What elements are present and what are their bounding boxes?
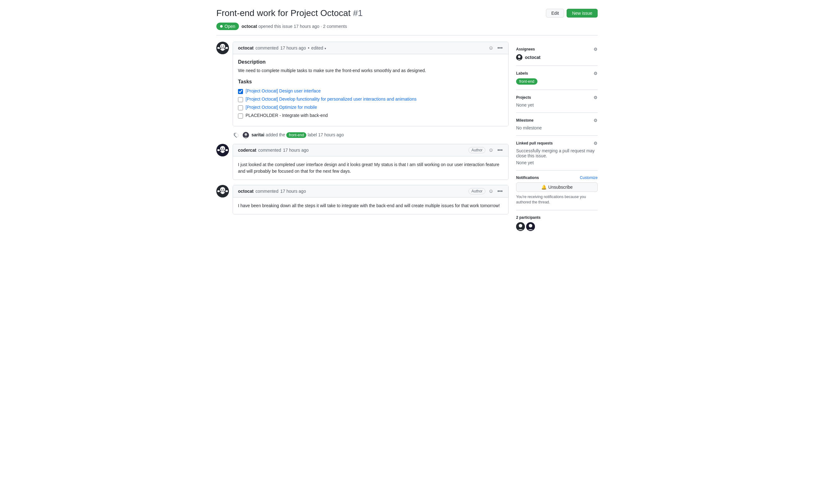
task-link-3[interactable]: [Project Octocat] Optimize for mobile [245,105,317,110]
assignees-gear-icon[interactable]: ⚙ [594,47,598,52]
status-badge: Open [216,23,239,30]
activity-label: front-end [286,132,306,138]
emoji-button-2[interactable]: ☺ [488,147,494,154]
label-pill-frontend[interactable]: front-end [516,78,538,85]
issue-meta-text: octocat opened this issue 17 hours ago ·… [241,24,347,29]
tasks-title: Tasks [238,79,503,85]
timeline: octocat commented 17 hours ago • edited … [216,42,509,219]
page-container: Front-end work for Project Octocat #1 Ed… [206,0,608,244]
labels-title: Labels [516,71,528,76]
sidebar-milestone: Milestone ⚙ No milestone [516,113,598,136]
comment-action-2: commented [258,148,281,153]
status-text: Open [224,24,235,29]
issue-header: Front-end work for Project Octocat #1 Ed… [216,8,598,19]
more-button-1[interactable]: ••• [497,45,503,51]
saritai-avatar [243,132,249,138]
task-item-1: [Project Octocat] Design user interface [238,88,503,94]
task-link-2[interactable]: [Project Octocat] Develop functionality … [245,97,417,102]
participant-avatar-1[interactable] [516,222,525,231]
task-checkbox-2[interactable] [238,97,243,102]
assignees-title: Assignees [516,47,535,51]
description-text: We need to complete multiple tasks to ma… [238,67,503,74]
activity-user[interactable]: saritai [251,132,264,137]
svg-point-13 [223,148,224,149]
comment-author-3[interactable]: octocat [238,189,254,194]
issue-title: Front-end work for Project Octocat #1 [216,8,363,19]
unsubscribe-label: Unsubscribe [549,185,573,190]
edited-dropdown[interactable]: edited ▾ [311,45,326,50]
sidebar-labels-header: Labels ⚙ [516,71,598,76]
comment-body-1: Description We need to complete multiple… [233,54,508,126]
milestone-value: No milestone [516,125,542,130]
edit-button[interactable]: Edit [546,9,564,18]
participant-avatar-2[interactable] [526,222,535,231]
sidebar-notifications: Notifications Customize 🔔 Unsubscribe Yo… [516,171,598,210]
comment-timestamp-3: 17 hours ago [280,189,306,194]
comment-author-2[interactable]: codercat [238,148,256,153]
sidebar: Assignees ⚙ octocat [516,42,598,236]
emoji-button-3[interactable]: ☺ [488,188,494,195]
issue-title-text: Front-end work for Project Octocat [216,8,350,18]
linked-prs-gear-icon[interactable]: ⚙ [594,141,598,146]
svg-point-5 [217,47,220,49]
sidebar-labels: Labels ⚙ front-end [516,66,598,90]
milestone-gear-icon[interactable]: ⚙ [594,118,598,123]
sidebar-linked-prs-header: Linked pull requests ⚙ [516,141,598,146]
task-item-2: [Project Octocat] Develop functionality … [238,97,503,102]
meta-action: opened this issue [258,24,294,29]
sidebar-linked-prs: Linked pull requests ⚙ Successfully merg… [516,136,598,171]
notifications-customize[interactable]: Customize [580,176,598,180]
comment-header-2: codercat commented 17 hours ago Author ☺… [233,144,508,156]
comment-body-3: I have been breaking down all the steps … [233,197,508,214]
more-button-2[interactable]: ••• [497,147,503,154]
activity-row: saritai added the front-end label 17 hou… [216,131,509,139]
svg-point-27 [529,224,533,227]
avatar-octocat-3 [216,185,229,197]
participants-avatars [516,222,598,231]
svg-point-20 [217,190,220,192]
unsubscribe-button[interactable]: 🔔 Unsubscribe [516,182,598,192]
svg-point-23 [518,55,521,58]
notifications-title: Notifications [516,176,539,180]
bell-icon: 🔔 [541,185,547,190]
task-checkbox-4[interactable] [238,113,243,118]
svg-point-15 [225,149,228,151]
activity-action: added the [265,132,286,137]
sidebar-projects-header: Projects ⚙ [516,95,598,100]
comment-body-2: I just looked at the completed user inte… [233,156,508,180]
chevron-icon: ▾ [324,47,326,50]
projects-value: None yet [516,102,534,108]
svg-point-3 [221,46,222,47]
tag-icon [233,131,240,139]
milestone-title: Milestone [516,118,533,123]
edited-text: edited [311,45,323,50]
issue-opener[interactable]: octocat [241,24,257,29]
issue-open-time: 17 hours ago [294,24,319,29]
participants-title: 2 participants [516,215,598,220]
task-checkbox-1[interactable] [238,89,243,94]
svg-point-4 [223,46,224,47]
assignee-avatar [516,54,523,60]
svg-point-9 [244,133,247,136]
labels-gear-icon[interactable]: ⚙ [594,71,598,76]
svg-point-25 [519,224,523,227]
comment-header-right-3: Author ☺ ••• [469,188,503,195]
task-checkbox-3[interactable] [238,105,243,110]
comment-header-left-3: octocat commented 17 hours ago [238,189,306,194]
comment-author-1[interactable]: octocat [238,45,254,50]
comment-action-3: commented [255,189,278,194]
more-button-3[interactable]: ••• [497,188,503,195]
svg-point-18 [221,189,222,190]
projects-gear-icon[interactable]: ⚙ [594,95,598,100]
comment-thread-3: octocat commented 17 hours ago Author ☺ … [216,185,509,214]
assignee-name: octocat [525,55,541,60]
emoji-button-1[interactable]: ☺ [488,45,494,51]
linked-prs-description: Successfully merging a pull request may … [516,148,598,158]
header-buttons: Edit New issue [546,9,598,18]
assignee-item[interactable]: octocat [516,54,598,60]
notifications-info: You're receiving notifications because y… [516,194,598,205]
comment-text-3: I have been breaking down all the steps … [238,202,503,209]
task-link-1[interactable]: [Project Octocat] Design user interface [245,88,321,93]
new-issue-button[interactable]: New issue [567,9,598,18]
comment-header-right-1: ☺ ••• [488,45,503,51]
